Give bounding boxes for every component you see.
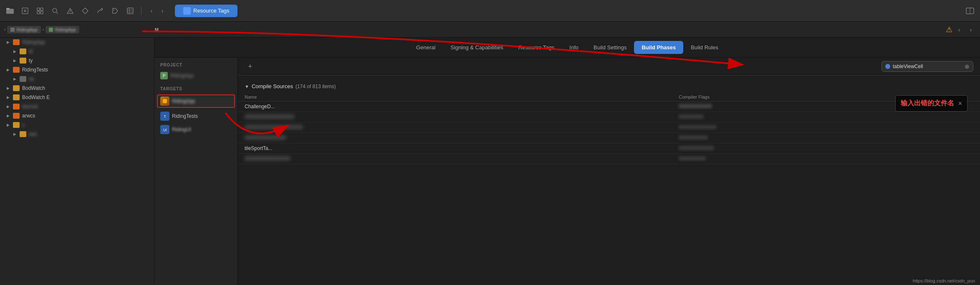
diamond-icon[interactable] <box>79 5 91 17</box>
sidebar-item-riding-tests[interactable]: ▶ RidingTests <box>0 65 154 74</box>
project-panel: PROJECT P RidingApp TARGETS RidingApp <box>154 58 238 285</box>
split-view-icon[interactable] <box>964 5 976 17</box>
flags-blur <box>679 115 704 119</box>
chevron-icon: ▶ <box>13 132 16 136</box>
sidebar-item-label: ty <box>29 58 33 64</box>
tab-build-phases[interactable]: Build Phases <box>634 41 683 54</box>
table-row[interactable] <box>238 154 980 164</box>
active-tab[interactable]: Resource Tags <box>175 5 237 17</box>
breadcrumb-m: M <box>155 27 159 32</box>
toolbar-row: + tableViewCell ⊗ <box>238 58 980 76</box>
tab-info[interactable]: Info <box>562 41 586 54</box>
flags-blur <box>679 135 708 140</box>
content-row: PROJECT P RidingApp TARGETS RidingApp <box>154 58 980 285</box>
sidebar-item-riding[interactable]: ▶ RidingApp <box>0 38 154 47</box>
tab-build-settings[interactable]: Build Settings <box>586 41 634 54</box>
sidebar-item-ty[interactable]: ▶ ty <box>0 56 154 65</box>
table-row[interactable]: ChallengeD... <box>238 102 980 112</box>
compiler-flags-cell <box>672 122 980 133</box>
secondary-bar: › RidingApp › RidingApp M ⚠ ‹ › <box>0 22 980 38</box>
main-content: + tableViewCell ⊗ ▼ Compile Source <box>238 58 980 285</box>
folder-icon <box>13 94 20 100</box>
breadcrumb-chevron-2: › <box>43 27 44 32</box>
svg-text:T: T <box>164 115 166 119</box>
svg-rect-21 <box>49 28 53 32</box>
sidebar-item-label: di <box>29 48 33 54</box>
warnings-back[interactable]: ‹ <box>954 25 964 35</box>
chevron-icon: ▶ <box>7 123 10 127</box>
breadcrumb-blurred-2: RidingApp <box>55 27 76 32</box>
search-icon[interactable] <box>49 5 61 17</box>
table-row[interactable]: tileSportTa... <box>238 143 980 154</box>
tab-general[interactable]: General <box>409 41 443 54</box>
table-row[interactable] <box>238 112 980 122</box>
sidebar-item-imwatch2[interactable]: ▶ BodWatch E <box>0 93 154 102</box>
sidebar-item-s[interactable]: ▶ s <box>0 120 154 130</box>
section-count: (174 of 813 items) <box>296 84 336 89</box>
sidebar-item-arworks[interactable]: ▶ arwcs <box>0 111 154 120</box>
target-ui-icon: UI <box>160 125 169 134</box>
nav-back-button[interactable]: ‹ <box>146 6 157 16</box>
breadcrumb-item-2[interactable]: RidingApp <box>45 26 79 33</box>
annotation-close-button[interactable]: × <box>958 100 962 107</box>
breadcrumb-blurred-1: RidingApp <box>16 27 38 32</box>
target-tests-label: RidingTests <box>172 113 198 119</box>
file-name-cell: tileSportTa... <box>238 143 672 154</box>
grid2-icon[interactable] <box>124 5 136 17</box>
compiler-flags-cell <box>672 154 980 164</box>
warning-triangle-icon[interactable] <box>64 5 76 17</box>
search-field[interactable]: tableViewCell ⊗ <box>881 61 973 72</box>
chevron-icon: ▶ <box>7 40 10 44</box>
file-name-cell <box>238 122 672 133</box>
target-ui[interactable]: UI RidingUI <box>154 123 237 136</box>
compiler-flags-cell <box>672 133 980 143</box>
folder-icon <box>13 113 20 119</box>
annotation-box: 输入出错的文件名 × <box>895 95 967 112</box>
folder-icon <box>20 48 26 54</box>
paint-icon[interactable] <box>94 5 106 17</box>
compile-sources-header[interactable]: ▼ Compile Sources (174 of 813 items) <box>238 80 980 93</box>
flags-blur <box>679 146 714 150</box>
folder-icon <box>13 39 20 45</box>
center-panel: General Signing & Capabilities Resource … <box>154 38 980 285</box>
target-orange-icon <box>160 97 169 106</box>
folder-icon <box>20 131 26 137</box>
targets-section-label: TARGETS <box>154 87 237 94</box>
target-item-active[interactable]: RidingApp <box>157 94 235 108</box>
tag-icon[interactable] <box>109 5 121 17</box>
folder-icon[interactable] <box>4 5 16 17</box>
table-row[interactable] <box>238 133 980 143</box>
sidebar-item-blurred[interactable]: ▶ blurred <box>0 102 154 111</box>
name-blur <box>245 115 295 119</box>
target-tests[interactable]: T RidingTests <box>154 109 237 123</box>
sidebar-item-se[interactable]: ▶ se <box>0 74 154 84</box>
breadcrumb-item-1[interactable]: RidingApp <box>7 26 41 33</box>
folder-icon <box>13 85 20 91</box>
flags-blur <box>679 104 712 108</box>
sidebar-item-label: BodWatch <box>22 85 45 91</box>
folder-icon <box>20 58 26 64</box>
left-sidebar: ▶ RidingApp ▶ di ▶ ty ▶ RidingTests ▶ se… <box>0 38 154 285</box>
nav-forward-button[interactable]: › <box>157 6 167 16</box>
sidebar-item-imwatch[interactable]: ▶ BodWatch <box>0 84 154 93</box>
close-square-icon[interactable] <box>19 5 31 17</box>
col-name-header: Name <box>238 93 672 102</box>
sidebar-item-di[interactable]: ▶ di <box>0 47 154 56</box>
warnings-forward[interactable]: › <box>966 25 976 35</box>
file-table: Name Compiler Flags ChallengeD... <box>238 93 980 164</box>
grid-icon[interactable] <box>34 5 46 17</box>
project-item[interactable]: P RidingApp <box>154 70 237 81</box>
tab-build-rules[interactable]: Build Rules <box>683 41 726 54</box>
sidebar-item-last[interactable]: ▶ last <box>0 130 154 139</box>
tab-signing[interactable]: Signing & Capabilities <box>443 41 510 54</box>
svg-line-10 <box>56 12 58 14</box>
section-title: Compile Sources <box>252 83 293 89</box>
table-row[interactable] <box>238 122 980 133</box>
search-clear-button[interactable]: ⊗ <box>965 63 970 70</box>
sidebar-item-label: last <box>29 131 37 137</box>
flags-blur <box>679 125 716 129</box>
chevron-icon: ▶ <box>7 86 10 90</box>
sidebar-item-label: arwcs <box>22 113 35 119</box>
tab-resource-tags[interactable]: Resource Tags <box>511 41 562 54</box>
add-phase-button[interactable]: + <box>245 63 256 70</box>
